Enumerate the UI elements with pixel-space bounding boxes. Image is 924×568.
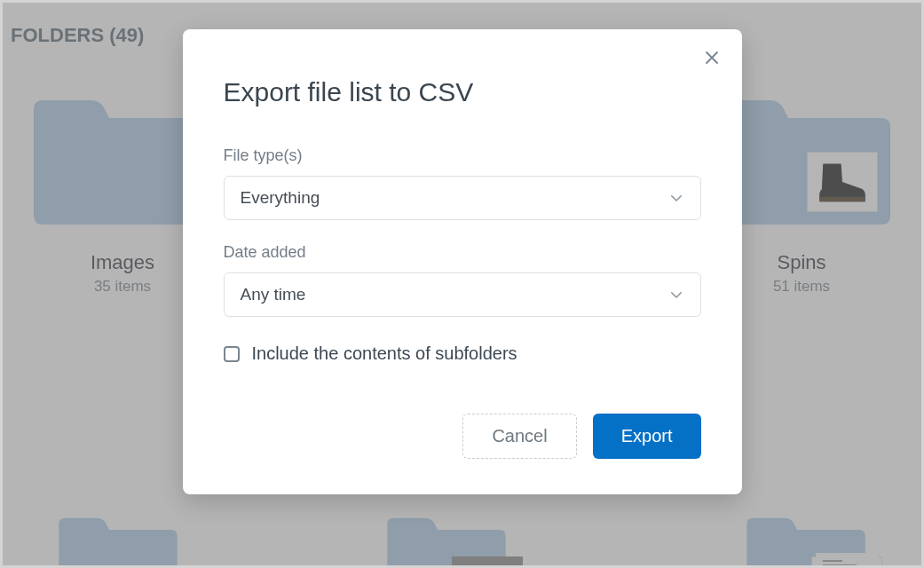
export-csv-modal: Export file list to CSV File type(s) Eve… [183,29,742,494]
date-added-value: Any time [241,285,306,304]
export-button[interactable]: Export [593,414,701,459]
checkbox-icon [224,346,240,362]
date-added-label: Date added [224,243,701,262]
close-icon [704,50,720,66]
chevron-down-icon [668,190,684,206]
file-type-value: Everything [241,188,320,208]
file-type-label: File type(s) [224,146,701,165]
date-added-field: Date added Any time [224,243,701,317]
cancel-button[interactable]: Cancel [462,414,576,459]
date-added-select[interactable]: Any time [224,272,701,317]
modal-title: Export file list to CSV [224,77,701,107]
file-type-field: File type(s) Everything [224,146,701,220]
include-subfolders-label: Include the contents of subfolders [252,343,517,364]
modal-overlay: Export file list to CSV File type(s) Eve… [3,3,921,565]
chevron-down-icon [668,287,684,303]
modal-actions: Cancel Export [224,414,701,459]
file-type-select[interactable]: Everything [224,176,701,220]
include-subfolders-checkbox[interactable]: Include the contents of subfolders [224,343,701,364]
close-button[interactable] [701,47,723,68]
